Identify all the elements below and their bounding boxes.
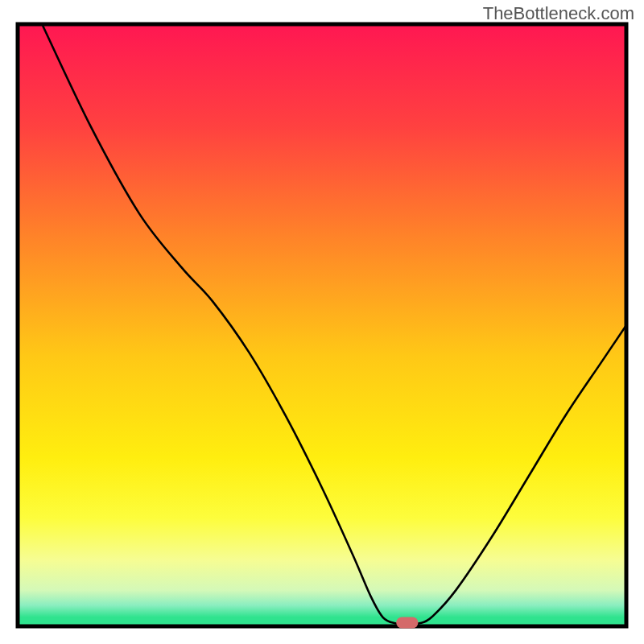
- bottleneck-chart: [0, 0, 644, 644]
- plot-background: [18, 24, 626, 626]
- optimum-marker: [396, 617, 418, 629]
- watermark-text: TheBottleneck.com: [483, 3, 634, 24]
- chart-container: TheBottleneck.com: [0, 0, 644, 644]
